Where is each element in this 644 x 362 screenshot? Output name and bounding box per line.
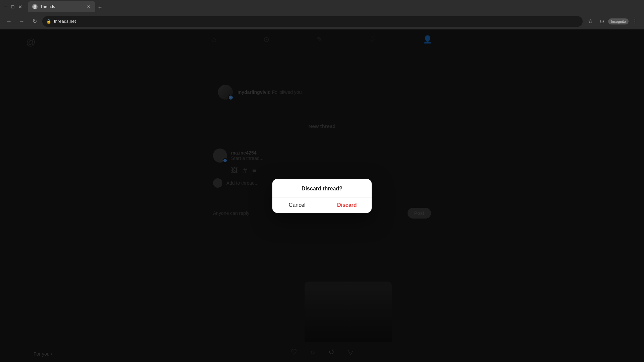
lock-icon: 🔒 bbox=[46, 19, 51, 24]
window-restore-button[interactable]: □ bbox=[10, 4, 15, 9]
window-minimize-button[interactable]: ─ bbox=[3, 4, 8, 9]
address-bar[interactable]: 🔒 threads.net bbox=[42, 16, 583, 27]
discard-thread-dialog: Discard thread? Cancel Discard bbox=[272, 179, 372, 213]
page-content: @ ⌂ ⊙ ✎ ♡ 👤 New thread + bbox=[0, 29, 644, 362]
cancel-button[interactable]: Cancel bbox=[272, 197, 322, 213]
browser-profile-button[interactable]: ⊙ bbox=[597, 16, 607, 26]
browser-titlebar: ─ □ ✕ @ Threads ✕ + bbox=[0, 0, 644, 13]
browser-toolbar: ← → ↻ 🔒 threads.net ☆ ⊙ Incognito ⋮ bbox=[0, 13, 644, 29]
refresh-button[interactable]: ↻ bbox=[30, 16, 40, 26]
browser-frame: ─ □ ✕ @ Threads ✕ + ← → ↻ 🔒 threads.net … bbox=[0, 0, 644, 362]
dialog-overlay: Discard thread? Cancel Discard bbox=[0, 29, 644, 362]
dialog-actions: Cancel Discard bbox=[272, 197, 372, 213]
tab-close-button[interactable]: ✕ bbox=[86, 4, 91, 9]
toolbar-right: ☆ ⊙ Incognito ⋮ bbox=[585, 16, 640, 26]
incognito-badge[interactable]: Incognito bbox=[608, 18, 629, 24]
window-controls: ─ □ ✕ bbox=[3, 4, 23, 9]
url-text: threads.net bbox=[54, 19, 579, 24]
back-button[interactable]: ← bbox=[4, 16, 14, 26]
more-options-button[interactable]: ⋮ bbox=[630, 16, 640, 26]
window-close-button[interactable]: ✕ bbox=[17, 4, 23, 9]
dialog-content: Discard thread? bbox=[272, 179, 372, 192]
dialog-title: Discard thread? bbox=[279, 186, 365, 192]
bookmark-button[interactable]: ☆ bbox=[585, 16, 595, 26]
active-tab[interactable]: @ Threads ✕ bbox=[28, 1, 95, 12]
new-tab-button[interactable]: + bbox=[95, 3, 105, 12]
forward-button[interactable]: → bbox=[17, 16, 27, 26]
discard-button[interactable]: Discard bbox=[322, 197, 372, 213]
tab-favicon: @ bbox=[32, 4, 38, 9]
tab-bar: @ Threads ✕ + bbox=[28, 1, 641, 12]
tab-title: Threads bbox=[40, 4, 83, 9]
